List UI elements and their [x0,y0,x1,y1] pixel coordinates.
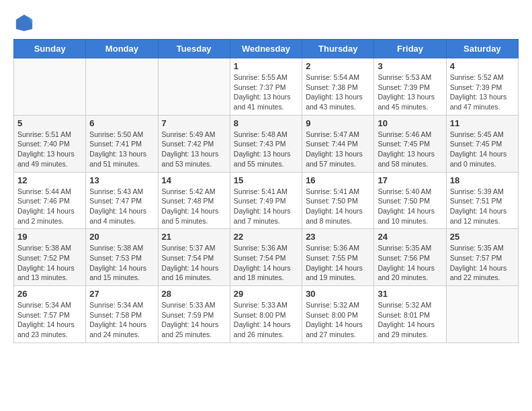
calendar-cell [86,58,158,116]
calendar-cell: 21Sunrise: 5:37 AM Sunset: 7:54 PM Dayli… [158,229,230,286]
day-number: 25 [450,232,515,242]
page-header [13,13,519,32]
day-info: Sunrise: 5:32 AM Sunset: 8:01 PM Dayligh… [378,300,442,340]
calendar-cell: 29Sunrise: 5:33 AM Sunset: 8:00 PM Dayli… [230,286,302,343]
calendar-cell: 18Sunrise: 5:39 AM Sunset: 7:51 PM Dayli… [446,172,518,229]
calendar-cell: 6Sunrise: 5:50 AM Sunset: 7:41 PM Daylig… [86,115,158,172]
day-number: 28 [162,289,226,299]
weekday-header: Monday [86,40,158,58]
day-number: 27 [89,289,154,299]
day-number: 22 [234,232,298,242]
day-number: 19 [17,232,82,242]
weekday-header: Thursday [302,40,374,58]
day-info: Sunrise: 5:34 AM Sunset: 7:58 PM Dayligh… [89,300,154,340]
day-info: Sunrise: 5:43 AM Sunset: 7:47 PM Dayligh… [89,187,154,226]
day-info: Sunrise: 5:41 AM Sunset: 7:50 PM Dayligh… [306,187,370,226]
calendar-cell: 22Sunrise: 5:36 AM Sunset: 7:54 PM Dayli… [230,229,302,286]
weekday-header: Saturday [446,40,518,58]
day-info: Sunrise: 5:45 AM Sunset: 7:45 PM Dayligh… [450,130,515,169]
logo [13,13,34,32]
day-info: Sunrise: 5:49 AM Sunset: 7:42 PM Dayligh… [162,130,226,169]
day-info: Sunrise: 5:41 AM Sunset: 7:49 PM Dayligh… [234,187,298,226]
day-number: 18 [450,175,515,185]
day-info: Sunrise: 5:33 AM Sunset: 7:59 PM Dayligh… [162,300,226,340]
day-number: 2 [306,61,370,71]
day-number: 24 [378,232,442,242]
day-number: 20 [89,232,154,242]
calendar-cell: 5Sunrise: 5:51 AM Sunset: 7:40 PM Daylig… [14,115,86,172]
weekday-header: Friday [374,40,446,58]
day-number: 6 [89,118,154,128]
calendar-cell [14,58,86,116]
day-info: Sunrise: 5:37 AM Sunset: 7:54 PM Dayligh… [162,243,226,283]
calendar-cell [446,286,518,343]
calendar-cell: 16Sunrise: 5:41 AM Sunset: 7:50 PM Dayli… [302,172,374,229]
day-number: 21 [162,232,226,242]
day-number: 1 [234,61,298,71]
day-number: 31 [378,289,442,299]
day-info: Sunrise: 5:32 AM Sunset: 8:00 PM Dayligh… [306,300,370,340]
calendar: SundayMondayTuesdayWednesdayThursdayFrid… [13,39,519,343]
logo-icon [15,13,34,32]
calendar-cell: 3Sunrise: 5:53 AM Sunset: 7:39 PM Daylig… [374,58,446,116]
calendar-week-row: 12Sunrise: 5:44 AM Sunset: 7:46 PM Dayli… [14,172,519,229]
day-number: 11 [450,118,515,128]
calendar-cell [158,58,230,116]
day-info: Sunrise: 5:36 AM Sunset: 7:55 PM Dayligh… [306,243,370,283]
calendar-cell: 20Sunrise: 5:38 AM Sunset: 7:53 PM Dayli… [86,229,158,286]
calendar-cell: 10Sunrise: 5:46 AM Sunset: 7:45 PM Dayli… [374,115,446,172]
day-number: 12 [17,175,82,185]
calendar-cell: 25Sunrise: 5:35 AM Sunset: 7:57 PM Dayli… [446,229,518,286]
day-info: Sunrise: 5:38 AM Sunset: 7:53 PM Dayligh… [89,243,154,283]
calendar-cell: 30Sunrise: 5:32 AM Sunset: 8:00 PM Dayli… [302,286,374,343]
day-info: Sunrise: 5:33 AM Sunset: 8:00 PM Dayligh… [234,300,298,340]
day-number: 13 [89,175,154,185]
day-number: 9 [306,118,370,128]
calendar-cell: 13Sunrise: 5:43 AM Sunset: 7:47 PM Dayli… [86,172,158,229]
day-number: 26 [17,289,82,299]
calendar-cell: 12Sunrise: 5:44 AM Sunset: 7:46 PM Dayli… [14,172,86,229]
calendar-cell: 23Sunrise: 5:36 AM Sunset: 7:55 PM Dayli… [302,229,374,286]
day-info: Sunrise: 5:34 AM Sunset: 7:57 PM Dayligh… [17,300,82,340]
calendar-cell: 24Sunrise: 5:35 AM Sunset: 7:56 PM Dayli… [374,229,446,286]
calendar-cell: 2Sunrise: 5:54 AM Sunset: 7:38 PM Daylig… [302,58,374,116]
calendar-cell: 17Sunrise: 5:40 AM Sunset: 7:50 PM Dayli… [374,172,446,229]
calendar-week-row: 1Sunrise: 5:55 AM Sunset: 7:37 PM Daylig… [14,58,519,116]
day-info: Sunrise: 5:50 AM Sunset: 7:41 PM Dayligh… [89,130,154,169]
day-info: Sunrise: 5:38 AM Sunset: 7:52 PM Dayligh… [17,243,82,283]
calendar-week-row: 26Sunrise: 5:34 AM Sunset: 7:57 PM Dayli… [14,286,519,343]
day-number: 17 [378,175,442,185]
calendar-cell: 15Sunrise: 5:41 AM Sunset: 7:49 PM Dayli… [230,172,302,229]
day-info: Sunrise: 5:51 AM Sunset: 7:40 PM Dayligh… [17,130,82,169]
calendar-cell: 31Sunrise: 5:32 AM Sunset: 8:01 PM Dayli… [374,286,446,343]
day-number: 10 [378,118,442,128]
calendar-cell: 1Sunrise: 5:55 AM Sunset: 7:37 PM Daylig… [230,58,302,116]
calendar-cell: 14Sunrise: 5:42 AM Sunset: 7:48 PM Dayli… [158,172,230,229]
day-number: 5 [17,118,82,128]
day-info: Sunrise: 5:54 AM Sunset: 7:38 PM Dayligh… [306,73,370,112]
day-info: Sunrise: 5:35 AM Sunset: 7:57 PM Dayligh… [450,243,515,283]
day-number: 16 [306,175,370,185]
day-info: Sunrise: 5:52 AM Sunset: 7:39 PM Dayligh… [450,73,515,112]
day-info: Sunrise: 5:48 AM Sunset: 7:43 PM Dayligh… [234,130,298,169]
day-info: Sunrise: 5:46 AM Sunset: 7:45 PM Dayligh… [378,130,442,169]
day-info: Sunrise: 5:39 AM Sunset: 7:51 PM Dayligh… [450,187,515,226]
day-number: 15 [234,175,298,185]
day-number: 23 [306,232,370,242]
calendar-cell: 4Sunrise: 5:52 AM Sunset: 7:39 PM Daylig… [446,58,518,116]
calendar-cell: 19Sunrise: 5:38 AM Sunset: 7:52 PM Dayli… [14,229,86,286]
weekday-header: Sunday [14,40,86,58]
day-info: Sunrise: 5:36 AM Sunset: 7:54 PM Dayligh… [234,243,298,283]
day-info: Sunrise: 5:42 AM Sunset: 7:48 PM Dayligh… [162,187,226,226]
day-number: 4 [450,61,515,71]
calendar-cell: 8Sunrise: 5:48 AM Sunset: 7:43 PM Daylig… [230,115,302,172]
day-number: 14 [162,175,226,185]
calendar-header-row: SundayMondayTuesdayWednesdayThursdayFrid… [14,40,519,58]
calendar-cell: 28Sunrise: 5:33 AM Sunset: 7:59 PM Dayli… [158,286,230,343]
day-number: 3 [378,61,442,71]
day-info: Sunrise: 5:44 AM Sunset: 7:46 PM Dayligh… [17,187,82,226]
day-number: 30 [306,289,370,299]
calendar-cell: 9Sunrise: 5:47 AM Sunset: 7:44 PM Daylig… [302,115,374,172]
calendar-cell: 26Sunrise: 5:34 AM Sunset: 7:57 PM Dayli… [14,286,86,343]
day-info: Sunrise: 5:35 AM Sunset: 7:56 PM Dayligh… [378,243,442,283]
